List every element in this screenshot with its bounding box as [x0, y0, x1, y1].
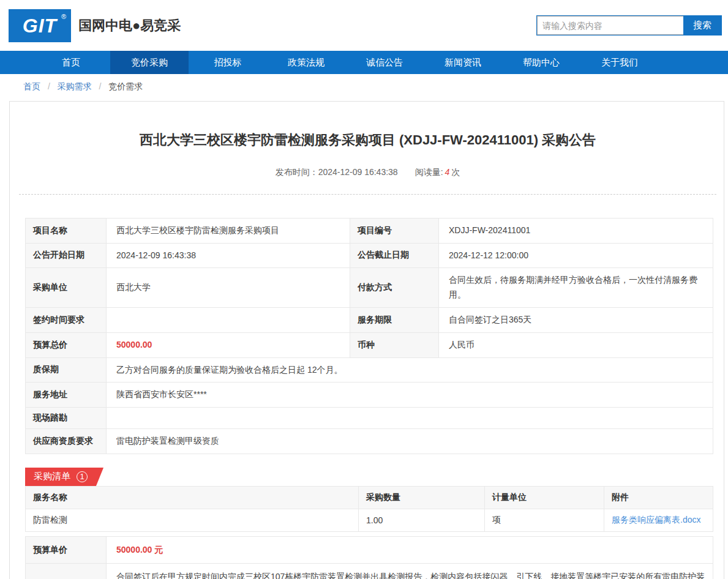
breadcrumb-home-link[interactable]: 首页 — [23, 81, 40, 91]
field-label: 项目编号 — [350, 218, 439, 243]
table-row: 项目名称 西北大学三校区楼宇防雷检测服务采购项目 项目编号 XDJJ-FW-20… — [26, 218, 713, 243]
purchase-list-header: 采购清单 1 — [25, 468, 711, 486]
breadcrumb-purchase-demand-link[interactable]: 采购需求 — [58, 81, 92, 91]
purchase-list-badge: 采购清单 1 — [25, 468, 91, 486]
table-row: 预算单价 50000.00 元 — [26, 536, 713, 563]
field-label: 采购单位 — [26, 268, 107, 308]
nav-item-home[interactable]: 首页 — [32, 51, 110, 74]
field-label: 公告截止日期 — [350, 243, 439, 268]
read-count-unit: 次 — [451, 167, 460, 177]
column-header: 服务名称 — [26, 486, 359, 509]
table-row: 现场踏勘 — [26, 408, 713, 429]
field-value: 西北大学三校区楼宇防雷检测服务采购项目 — [107, 218, 350, 243]
field-value: 2024-12-09 16:43:38 — [107, 243, 350, 268]
field-value: 雷电防护装置检测甲级资质 — [107, 429, 713, 454]
field-label: 质保期 — [26, 357, 107, 383]
nav-item-bidding-purchase[interactable]: 竞价采购 — [110, 51, 189, 74]
field-label: 预算单价 — [26, 536, 107, 563]
breadcrumb-separator: / — [48, 81, 50, 91]
site-brand-title: 国网中电●易竞采 — [78, 17, 181, 35]
table-row: 预算总价 50000.00 币种 人民币 — [26, 332, 713, 357]
table-row: 防雷检测 1.00 项 服务类响应偏离表.docx — [26, 509, 713, 531]
table-row: 签约时间要求 服务期限 自合同签订之日365天 — [26, 307, 713, 332]
field-label: 项目名称 — [26, 218, 107, 243]
service-detail-table: 预算单价 50000.00 元 服务内容、要求及标准 合同签订后在甲方规定时间内… — [25, 536, 713, 579]
field-label: 服务内容、要求及标准 — [26, 564, 107, 579]
table-header-row: 服务名称 采购数量 计量单位 附件 — [26, 486, 713, 509]
field-value: 2024-12-12 12:00:00 — [439, 243, 713, 268]
read-count-value: 4 — [445, 167, 450, 177]
field-label: 币种 — [350, 332, 439, 357]
attachment-link[interactable]: 服务类响应偏离表.docx — [612, 515, 700, 525]
nav-item-integrity[interactable]: 诚信公告 — [345, 51, 424, 74]
breadcrumb: 首页 / 采购需求 / 竞价需求 — [0, 74, 728, 99]
field-label: 付款方式 — [350, 268, 439, 308]
field-value: 陕西省西安市长安区**** — [107, 383, 713, 408]
field-value: 合同签订后在甲方规定时间内完成三校区107栋楼宇防雷装置检测并出具检测报告，检测… — [107, 564, 713, 579]
page-title: 西北大学三校区楼宇防雷检测服务采购项目 (XDJJ-FW-202411001) … — [24, 102, 711, 150]
table-row: 采购单位 西北大学 付款方式 合同生效后，待服务期满并经甲方验收合格后，一次性付… — [26, 268, 713, 308]
column-header: 采购数量 — [359, 486, 485, 509]
nav-item-policy[interactable]: 政策法规 — [267, 51, 345, 74]
field-label: 供应商资质要求 — [26, 429, 107, 454]
field-value: 人民币 — [439, 332, 713, 357]
project-info-table: 项目名称 西北大学三校区楼宇防雷检测服务采购项目 项目编号 XDJJ-FW-20… — [25, 218, 713, 454]
budget-total-value: 50000.00 — [107, 332, 350, 357]
nav-item-help[interactable]: 帮助中心 — [502, 51, 580, 74]
field-value: XDJJ-FW-202411001 — [439, 218, 713, 243]
quantity-cell: 1.00 — [359, 509, 485, 531]
table-row: 服务地址 陕西省西安市长安区**** — [26, 383, 713, 408]
field-label: 现场踏勘 — [26, 408, 107, 429]
field-label: 服务期限 — [350, 307, 439, 332]
field-label: 预算总价 — [26, 332, 107, 357]
field-value — [107, 307, 350, 332]
table-row: 服务内容、要求及标准 合同签订后在甲方规定时间内完成三校区107栋楼宇防雷装置检… — [26, 564, 713, 579]
service-name-cell: 防雷检测 — [26, 509, 359, 531]
dashed-divider — [19, 194, 716, 195]
table-row: 供应商资质要求 雷电防护装置检测甲级资质 — [26, 429, 713, 454]
field-label: 服务地址 — [26, 383, 107, 408]
read-count-label: 阅读量: — [415, 167, 443, 177]
announcement-panel: 西北大学三校区楼宇防雷检测服务采购项目 (XDJJ-FW-202411001) … — [9, 101, 724, 579]
attachment-cell: 服务类响应偏离表.docx — [604, 509, 713, 531]
unit-price-value: 50000.00 元 — [107, 536, 713, 563]
search-box: 搜索 — [536, 15, 722, 35]
column-header: 计量单位 — [485, 486, 604, 509]
nav-item-tender[interactable]: 招投标 — [189, 51, 267, 74]
field-value: 合同生效后，待服务期满并经甲方验收合格后，一次性付清服务费用。 — [439, 268, 713, 308]
top-header: GIT ® 国网中电●易竞采 搜索 — [0, 0, 728, 51]
field-value: 乙方对合同服务的质量保证期为验收合格后之日起 12个月。 — [107, 357, 713, 383]
field-label: 公告开始日期 — [26, 243, 107, 268]
purchase-list-table: 服务名称 采购数量 计量单位 附件 防雷检测 1.00 项 服务类响应偏离表.d… — [25, 486, 713, 532]
nav-item-news[interactable]: 新闻资讯 — [424, 51, 502, 74]
nav-item-about[interactable]: 关于我们 — [580, 51, 659, 74]
publish-time-label: 发布时间： — [276, 167, 318, 177]
field-value — [107, 408, 713, 429]
git-logo-text: GIT — [23, 9, 57, 42]
field-label: 签约时间要求 — [26, 307, 107, 332]
unit-cell: 项 — [485, 509, 604, 531]
registered-trademark-icon: ® — [61, 13, 66, 20]
breadcrumb-current: 竞价需求 — [108, 81, 143, 91]
field-value: 西北大学 — [107, 268, 350, 308]
field-value: 自合同签订之日365天 — [439, 307, 713, 332]
table-row: 公告开始日期 2024-12-09 16:43:38 公告截止日期 2024-1… — [26, 243, 713, 268]
column-header: 附件 — [604, 486, 713, 509]
publish-time-value: 2024-12-09 16:43:38 — [318, 167, 398, 177]
publish-meta: 发布时间：2024-12-09 16:43:38阅读量:4次 — [24, 167, 711, 178]
git-logo: GIT ® — [9, 9, 71, 42]
purchase-list-badge-label: 采购清单 — [34, 471, 70, 482]
table-row: 质保期 乙方对合同服务的质量保证期为验收合格后之日起 12个月。 — [26, 357, 713, 383]
main-nav: 首页 竞价采购 招投标 政策法规 诚信公告 新闻资讯 帮助中心 关于我们 — [0, 51, 728, 74]
purchase-list-count-badge: 1 — [77, 471, 88, 482]
search-input[interactable] — [537, 16, 683, 35]
breadcrumb-separator: / — [99, 81, 102, 91]
search-button[interactable]: 搜索 — [683, 16, 721, 35]
